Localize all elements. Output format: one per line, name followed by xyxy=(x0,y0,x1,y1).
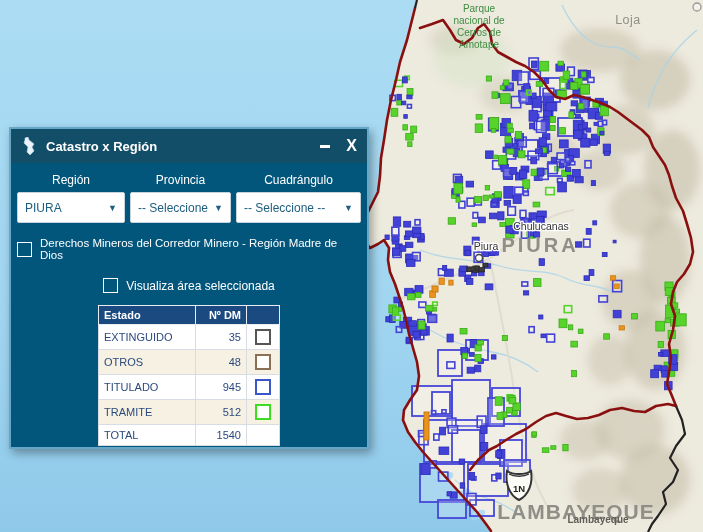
table-row: OTROS48 xyxy=(99,350,280,375)
visualiza-area-row: Visualiza área seleccionada xyxy=(17,278,361,293)
peru-map-icon xyxy=(21,137,36,156)
cuadrangulo-label: Cuadrángulo xyxy=(236,173,361,187)
estado-cell: TITULADO xyxy=(99,375,196,400)
provincia-label: Provincia xyxy=(130,173,231,187)
estado-cell: OTROS xyxy=(99,350,196,375)
cuadrangulo-value: -- Seleccione -- xyxy=(244,201,325,215)
row-checkbox-tramite[interactable] xyxy=(255,404,271,420)
region-label: Región xyxy=(17,173,125,187)
corredor-minero-label: Derechos Mineros del Corredor Minero - R… xyxy=(40,237,361,261)
table-row: TRAMITE512 xyxy=(99,400,280,425)
visualiza-area-checkbox[interactable] xyxy=(103,278,118,293)
dm-cell: 35 xyxy=(196,325,247,350)
col-estado: Estado xyxy=(99,306,196,325)
visualiza-area-label: Visualiza área seleccionada xyxy=(126,279,275,293)
total-empty xyxy=(247,425,280,446)
row-checkbox-otros[interactable] xyxy=(255,354,271,370)
provincia-dropdown[interactable]: -- Seleccione -- ▼ xyxy=(130,192,231,223)
provincia-value: -- Seleccione -- xyxy=(138,201,210,215)
dialog-title: Catastro x Región xyxy=(46,139,320,154)
map-label: Loja xyxy=(615,13,641,27)
total-value: 1540 xyxy=(196,425,247,446)
table-row: TITULADO945 xyxy=(99,375,280,400)
col-dm: Nº DM xyxy=(196,306,247,325)
total-label: TOTAL xyxy=(99,425,196,446)
app-window: Parquenacional deCerros deAmotapeLojaChu… xyxy=(0,0,703,532)
table-row-total: TOTAL1540 xyxy=(99,425,280,446)
chevron-down-icon: ▼ xyxy=(344,203,353,213)
map-label: PIURA xyxy=(501,234,578,256)
col-checkbox xyxy=(247,306,280,325)
row-checkbox-extinguido[interactable] xyxy=(255,329,271,345)
piura-city-marker xyxy=(476,255,483,262)
minimize-button[interactable] xyxy=(320,145,330,148)
filter-row: Región PIURA ▼ Provincia -- Seleccione -… xyxy=(17,173,361,223)
field-region: Región PIURA ▼ xyxy=(17,173,125,223)
corredor-minero-checkbox[interactable] xyxy=(17,242,32,257)
close-button[interactable]: X xyxy=(346,138,357,154)
map-label: Piura xyxy=(474,240,499,252)
checkbox-cell xyxy=(247,375,280,400)
catastro-dialog: Catastro x Región X Región PIURA ▼ Provi… xyxy=(9,127,369,449)
dm-cell: 512 xyxy=(196,400,247,425)
dialog-titlebar[interactable]: Catastro x Región X xyxy=(11,129,367,163)
checkbox-cell xyxy=(247,350,280,375)
route-shield-label: 1N xyxy=(513,483,525,494)
map-label: Chulucanas xyxy=(513,220,568,232)
chevron-down-icon: ▼ xyxy=(214,203,223,213)
row-checkbox-titulado[interactable] xyxy=(255,379,271,395)
region-value: PIURA xyxy=(25,201,62,215)
estado-cell: EXTINGUIDO xyxy=(99,325,196,350)
estado-cell: TRAMITE xyxy=(99,400,196,425)
chevron-down-icon: ▼ xyxy=(108,203,117,213)
field-cuadrangulo: Cuadrángulo -- Seleccione -- ▼ xyxy=(236,173,361,223)
checkbox-cell xyxy=(247,325,280,350)
corredor-minero-row: Derechos Mineros del Corredor Minero - R… xyxy=(17,237,361,261)
field-provincia: Provincia -- Seleccione -- ▼ xyxy=(130,173,231,223)
region-dropdown[interactable]: PIURA ▼ xyxy=(17,192,125,223)
dm-cell: 48 xyxy=(196,350,247,375)
map-label: Lambayeque xyxy=(567,514,629,525)
checkbox-cell xyxy=(247,400,280,425)
table-row: EXTINGUIDO35 xyxy=(99,325,280,350)
dialog-body: Región PIURA ▼ Provincia -- Seleccione -… xyxy=(11,163,367,454)
border-town-marker xyxy=(693,3,701,11)
cuadrangulo-dropdown[interactable]: -- Seleccione -- ▼ xyxy=(236,192,361,223)
dm-cell: 945 xyxy=(196,375,247,400)
estado-table: Estado Nº DM EXTINGUIDO35OTROS48TITULADO… xyxy=(98,305,280,446)
